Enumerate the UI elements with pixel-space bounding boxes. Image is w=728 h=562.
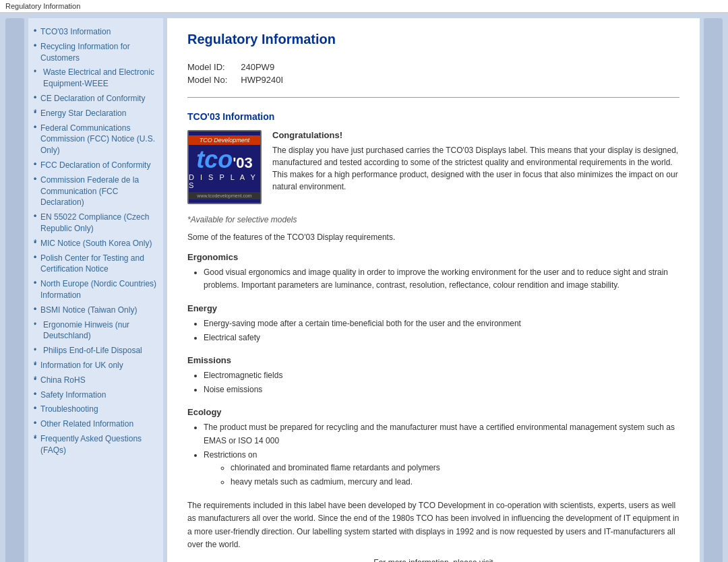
tco-logo-displays: D I S P L A Y S [189,173,260,189]
emissions-item-2: Noise emissions [204,383,679,396]
sidebar-item[interactable]: ·Philips End-of-Life Disposal [34,345,158,356]
energy-item-2: Electrical safety [204,332,679,344]
sidebar-item[interactable]: •Federal Communications Commission (FCC)… [34,123,158,156]
sidebar-item[interactable]: *Energy Star Declaration [34,108,158,119]
sidebar-item[interactable]: •Commission Federale de la Communication… [34,175,158,208]
sidebar: •TCO'03 Information •Recycling Informati… [28,18,163,562]
model-no-label: Model No: [187,73,241,86]
sidebar-item[interactable]: •Safety Information [34,389,158,401]
sidebar-link-fcc[interactable]: Federal Communications Commission (FCC) … [40,123,155,156]
sidebar-item[interactable]: •Polish Center for Testing and Certifica… [34,253,158,276]
model-id-label: Model ID: [187,61,241,73]
tco-logo-url: www.tcodevelopment.com [189,192,260,199]
sidebar-item[interactable]: ·Ergonomie Hinweis (nur Deutschland) [34,319,158,342]
sidebar-link-faqs[interactable]: Frequently Asked Questions (FAQs) [40,434,142,455]
tco-section-title: TCO'03 Information [187,111,679,122]
closing-text: The requirements included in this label … [187,499,679,551]
energy-title: Energy [187,303,679,313]
sidebar-link-china[interactable]: China RoHS [40,375,86,385]
sidebar-link-polish[interactable]: Polish Center for Testing and Certificat… [40,253,144,274]
visit-text: For more information, please visit [187,558,679,562]
available-note: *Available for selective models [187,215,679,224]
left-accent [5,18,24,562]
page-title: Regulatory Information [187,32,679,47]
emissions-title: Emissions [187,355,679,365]
sidebar-link-ergonomie[interactable]: Ergonomie Hinweis (nur Deutschland) [43,320,129,341]
sidebar-link-bsmi[interactable]: BSMI Notice (Taiwan Only) [40,305,137,315]
ecology-list: The product must be prepared for recycli… [204,421,679,489]
emissions-list: Electromagnetic fields Noise emissions [204,369,679,396]
ecology-item-1: The product must be prepared for recycli… [204,421,679,447]
ecology-item-2: Restrictions on chlorinated and brominat… [204,449,679,489]
divider [187,97,679,98]
congrats-text: The display you have just purchased carr… [272,144,679,193]
sidebar-link-recycling[interactable]: Recycling Information for Customers [40,42,130,63]
sidebar-link-tco[interactable]: TCO'03 Information [40,27,111,36]
sidebar-link-nordic[interactable]: North Europe (Nordic Countries) Informat… [40,279,156,300]
energy-item-1: Energy-saving mode after a certain time-… [204,317,679,330]
sidebar-item[interactable]: •Troubleshooting [34,404,158,415]
ecology-sub-list: chlorinated and brominated flame retarda… [231,462,679,489]
ecology-sub-item-1: chlorinated and brominated flame retarda… [231,462,679,474]
sidebar-link-troubleshooting[interactable]: Troubleshooting [40,404,98,414]
ergonomics-section: Ergonomics Good visual ergonomics and im… [187,252,679,292]
sidebar-item[interactable]: •Other Related Information [34,418,158,430]
title-bar-text: Regulatory Information [5,2,80,10]
sidebar-item[interactable]: *Frequently Asked Questions (FAQs) [34,433,158,456]
sidebar-item[interactable]: •CE Declaration of Conformity [34,93,158,104]
sidebar-item[interactable]: •Recycling Information for Customers [34,41,158,64]
tco-logo-top: TCO Development [189,135,260,145]
emissions-section: Emissions Electromagnetic fields Noise e… [187,355,679,396]
sidebar-link-en55022[interactable]: EN 55022 Compliance (Czech Republic Only… [40,212,149,233]
features-text: Some of the features of the TCO'03 Displ… [187,231,679,244]
sidebar-item[interactable]: ·Waste Electrical and Electronic Equipme… [34,67,158,90]
ergonomics-title: Ergonomics [187,252,679,262]
sidebar-link-uk[interactable]: Information for UK only [40,361,123,370]
ergonomics-list: Good visual ergonomics and image quality… [204,266,679,292]
model-no-value: HWP9240I [241,73,297,86]
tco-logo-main: tco [196,148,233,172]
tco-logo-year: '03 [233,156,253,170]
sidebar-link-fcc-conformity[interactable]: FCC Declaration of Conformity [40,160,150,170]
sidebar-link-philips[interactable]: Philips End-of-Life Disposal [43,346,142,355]
sidebar-nav: •TCO'03 Information •Recycling Informati… [34,26,158,456]
sidebar-link-ce[interactable]: CE Declaration of Conformity [40,94,145,103]
emissions-item-1: Electromagnetic fields [204,369,679,382]
sidebar-link-other[interactable]: Other Related Information [40,419,133,429]
sidebar-item[interactable]: *China RoHS [34,375,158,386]
sidebar-item[interactable]: •FCC Declaration of Conformity [34,160,158,171]
ergonomics-item: Good visual ergonomics and image quality… [204,266,679,292]
tco-text: Congratulations! The display you have ju… [272,130,679,204]
sidebar-item[interactable]: •North Europe (Nordic Countries) Informa… [34,278,158,301]
energy-list: Energy-saving mode after a certain time-… [204,317,679,344]
model-id-value: 240PW9 [241,61,297,73]
sidebar-link-mic[interactable]: MIC Notice (South Korea Only) [40,239,152,248]
sidebar-item[interactable]: •EN 55022 Compliance (Czech Republic Onl… [34,212,158,235]
model-table: Model ID: 240PW9 Model No: HWP9240I [187,61,679,86]
tco-info-box: TCO Development tco '03 D I S P L A Y S … [187,130,679,204]
sidebar-link-energy-star[interactable]: Energy Star Declaration [40,108,126,118]
congrats-title: Congratulations! [272,130,679,140]
sidebar-link-weee[interactable]: Waste Electrical and Electronic Equipmen… [43,67,154,88]
sidebar-link-commission[interactable]: Commission Federale de la Communication … [40,175,139,208]
tco-logo: TCO Development tco '03 D I S P L A Y S … [187,130,262,204]
ecology-section: Ecology The product must be prepared for… [187,407,679,489]
energy-section: Energy Energy-saving mode after a certai… [187,303,679,344]
sidebar-item[interactable]: •BSMI Notice (Taiwan Only) [34,305,158,316]
sidebar-link-safety[interactable]: Safety Information [40,390,106,400]
sidebar-item[interactable]: *MIC Notice (South Korea Only) [34,238,158,249]
right-accent [704,18,723,562]
ecology-sub-item-2: heavy metals such as cadmium, mercury an… [231,476,679,489]
title-bar: Regulatory Information [0,0,728,13]
sidebar-item[interactable]: *Information for UK only [34,360,158,371]
ecology-title: Ecology [187,407,679,417]
main-content: Regulatory Information Model ID: 240PW9 … [167,18,700,562]
sidebar-item[interactable]: •TCO'03 Information [34,26,158,38]
